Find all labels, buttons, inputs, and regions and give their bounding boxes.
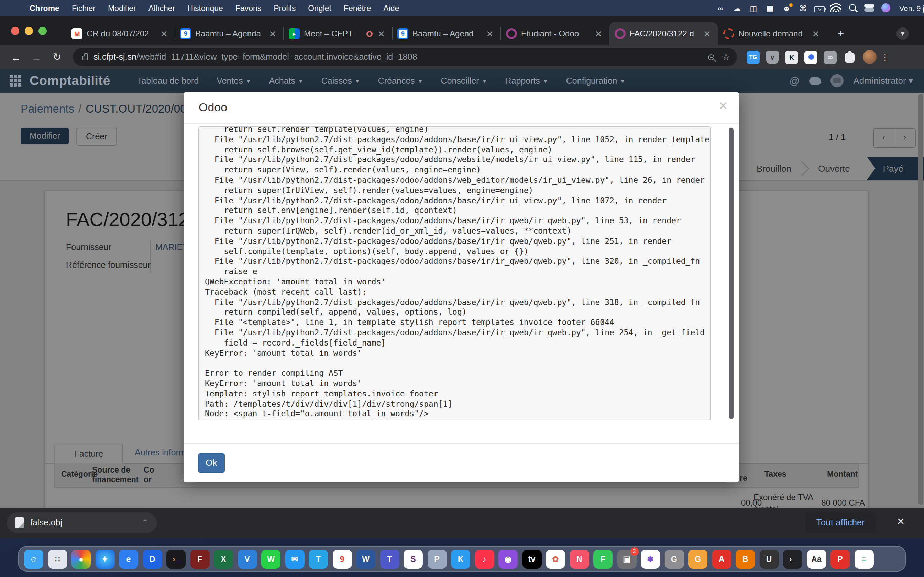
bookmark-star-icon[interactable]: ☆: [722, 52, 730, 63]
dock-pdf-reader-icon[interactable]: P: [830, 549, 850, 569]
dock-iterm-icon[interactable]: ›_: [783, 549, 802, 569]
cloud-upload-icon[interactable]: ☁: [729, 4, 745, 13]
menubar-item-profils[interactable]: Profils: [267, 4, 302, 12]
dock-telegram-icon[interactable]: T: [309, 549, 328, 569]
user-avatar[interactable]: [831, 74, 844, 87]
dock-facetime-icon[interactable]: F: [593, 549, 612, 569]
dialog-scrollbar[interactable]: [729, 128, 733, 419]
apps-grid-icon[interactable]: [10, 75, 21, 87]
dock-preview-icon[interactable]: P: [427, 549, 446, 569]
app-title[interactable]: Comptabilité: [29, 73, 110, 88]
kimai-extension-icon[interactable]: K: [785, 50, 798, 63]
chrome-profile-avatar[interactable]: [863, 50, 877, 64]
dock-postman-icon[interactable]: F: [190, 549, 209, 569]
dock-excel-icon[interactable]: X: [214, 549, 233, 569]
dock-apple-tv-icon[interactable]: tv: [522, 549, 541, 569]
browser-tab[interactable]: FAC/2020/3122 d✕: [609, 22, 718, 45]
dock-word-icon[interactable]: W: [356, 549, 375, 569]
odoo-menu-rapports[interactable]: Rapports▼: [496, 76, 557, 85]
menubar-item-afficher[interactable]: Afficher: [142, 4, 181, 12]
dialog-close-icon[interactable]: ✕: [719, 99, 729, 113]
download-item[interactable]: false.obj ⌃: [7, 513, 157, 533]
dock-teams-icon[interactable]: T: [380, 549, 399, 569]
dock-numbers-doc-icon[interactable]: ≡: [854, 549, 874, 569]
odoo-menu-créances[interactable]: Créances▼: [369, 76, 432, 85]
dock-photo-booth-icon[interactable]: ▣2: [617, 549, 636, 569]
browser-tab[interactable]: 9Baamtu – Agenda✕: [174, 22, 283, 45]
odoo-menu-caisses[interactable]: Caisses▼: [312, 76, 369, 85]
reload-button[interactable]: ↻: [47, 51, 67, 63]
dock-chrome-icon[interactable]: ●: [71, 549, 91, 569]
pocket-extension-icon[interactable]: ∨: [766, 50, 779, 63]
dock-slack-icon[interactable]: S: [404, 549, 423, 569]
dock-podcasts-icon[interactable]: ◉: [498, 549, 518, 569]
odoo-menu-conseiller[interactable]: Conseiller▼: [432, 76, 496, 85]
traceback-box[interactable]: return self.render_template(values, engi…: [198, 126, 711, 421]
chrome-menu-icon[interactable]: ⋮: [881, 52, 890, 62]
odoo-menu-ventes[interactable]: Ventes▼: [208, 76, 260, 85]
battery-icon[interactable]: ϟ: [812, 4, 827, 12]
zoom-indicator-icon[interactable]: [709, 54, 715, 60]
minimize-window-button[interactable]: [25, 27, 33, 35]
tab-close-icon[interactable]: ✕: [376, 29, 386, 39]
browser-tab[interactable]: MCR du 08/07/202✕: [66, 22, 174, 45]
siri-icon[interactable]: [878, 3, 893, 13]
menubar-item-favoris[interactable]: Favoris: [229, 4, 267, 12]
menubar-item-fichier[interactable]: Fichier: [66, 4, 102, 12]
dock-launchpad-icon[interactable]: ∷: [48, 549, 67, 569]
odoo-menu-achats[interactable]: Achats▼: [260, 76, 312, 85]
dock-blender-icon[interactable]: B: [736, 549, 755, 569]
butterfly-extension-icon[interactable]: ∞: [824, 50, 837, 63]
download-chevron-icon[interactable]: ⌃: [142, 518, 149, 527]
mention-icon[interactable]: @: [789, 75, 800, 87]
dock-photos-icon[interactable]: ✿: [546, 549, 565, 569]
menubar-item-modifier[interactable]: Modifier: [102, 4, 142, 12]
spotlight-icon[interactable]: [845, 4, 860, 12]
user-menu[interactable]: Administrator ▾: [853, 76, 913, 86]
url-text[interactable]: si.cfpt-sj.sn/web#id=11711&view_type=for…: [94, 52, 703, 62]
dock-unity-icon[interactable]: U: [759, 549, 779, 569]
dock-keynote-icon[interactable]: K: [451, 549, 470, 569]
odoo-menu-configuration[interactable]: Configuration▼: [557, 76, 635, 85]
browser-tab[interactable]: ▸Meet – CFPT✕: [283, 22, 392, 45]
zoom-window-button[interactable]: [39, 27, 47, 35]
menubar-clock[interactable]: Ven. 9 juil. à 15:57: [899, 4, 914, 12]
robot-icon[interactable]: ☻: [779, 4, 794, 12]
browser-tab[interactable]: Etudiant - Odoo✕: [501, 22, 609, 45]
address-bar[interactable]: si.cfpt-sj.sn/web#id=11711&view_type=for…: [73, 48, 737, 66]
tab-close-icon[interactable]: ✕: [159, 29, 169, 39]
chat-icon[interactable]: [809, 77, 821, 85]
dock-safari-icon[interactable]: ✦: [95, 549, 115, 569]
dock-calendar-icon[interactable]: 9: [333, 549, 352, 569]
dock-finder-icon[interactable]: ☺: [24, 549, 43, 569]
new-tab-button[interactable]: +: [832, 25, 850, 43]
dock-docker-icon[interactable]: D: [143, 549, 162, 569]
odoo-menu-tableau-de-bord[interactable]: Tableau de bord: [128, 76, 208, 85]
tab-close-icon[interactable]: ✕: [702, 29, 712, 39]
shield-grid-icon[interactable]: ▦: [762, 4, 777, 13]
show-all-downloads-button[interactable]: Tout afficher: [805, 513, 876, 533]
back-button[interactable]: ←: [5, 51, 26, 63]
dock-mail-icon[interactable]: ✉: [285, 549, 304, 569]
menubar-item-chrome[interactable]: Chrome: [23, 4, 66, 12]
dock-dictionary-icon[interactable]: Aa: [807, 549, 826, 569]
dock-vscode-icon[interactable]: V: [237, 549, 257, 569]
lock-icon[interactable]: [82, 56, 88, 60]
dock-music-icon[interactable]: ♪: [475, 549, 494, 569]
dock-adobe-icon[interactable]: A: [712, 549, 731, 569]
menubar-item-fenêtre[interactable]: Fenêtre: [338, 4, 377, 12]
download-bar-close-icon[interactable]: ✕: [897, 516, 905, 527]
recorder-extension-icon[interactable]: [804, 50, 817, 63]
ok-button[interactable]: Ok: [198, 453, 225, 472]
puzzle-extensions-icon[interactable]: [843, 50, 856, 63]
tab-close-icon[interactable]: ✕: [267, 29, 278, 39]
butterfly-icon[interactable]: ∞: [713, 4, 728, 12]
dock-system-preferences-icon[interactable]: G: [664, 549, 684, 569]
tab-close-icon[interactable]: ✕: [593, 29, 604, 39]
dock-garageband-icon[interactable]: G: [688, 549, 708, 569]
dock-color-picker-icon[interactable]: ✱: [641, 549, 660, 569]
dock-whatsapp-icon[interactable]: W: [261, 549, 281, 569]
dock-news-icon[interactable]: N: [570, 549, 589, 569]
tab-close-icon[interactable]: ✕: [811, 29, 821, 39]
tab-search-button[interactable]: ▼: [897, 27, 909, 40]
